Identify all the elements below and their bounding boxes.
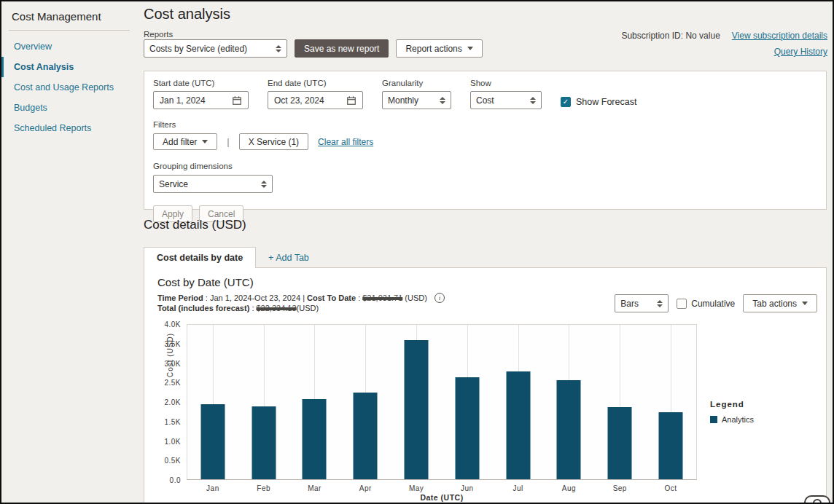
sidebar-item-budgets[interactable]: Budgets — [1, 98, 139, 118]
legend-swatch-icon — [710, 416, 717, 423]
granularity-field: Granularity Monthly — [382, 79, 451, 109]
bar-jul[interactable] — [506, 371, 530, 479]
cost-management-window: Cost Management Overview Cost Analysis C… — [0, 0, 834, 504]
grouping-dimensions-select[interactable]: Service — [153, 175, 273, 193]
bar-mar[interactable] — [303, 399, 327, 479]
cumulative-label: Cumulative — [691, 299, 735, 309]
report-actions-label: Report actions — [405, 44, 461, 54]
cumulative-checkbox[interactable] — [677, 299, 687, 309]
subscription-row: Subscription ID: No value View subscript… — [621, 31, 827, 41]
granularity-value: Monthly — [388, 95, 418, 106]
spinner-icon — [276, 45, 281, 52]
grouping-value: Service — [159, 179, 188, 189]
chart-slot-jul: Jul — [493, 325, 544, 479]
show-field: Show Cost — [470, 79, 542, 109]
calendar-icon[interactable] — [346, 95, 356, 106]
cost-details-heading: Cost details (USD) — [144, 218, 246, 232]
y-tick-label: 1.5K — [164, 417, 181, 425]
chart-slot-may: May — [391, 325, 442, 479]
start-date-field: Start date (UTC) Jan 1, 2024 — [153, 79, 249, 109]
x-tick-label: Jun — [442, 484, 493, 492]
bar-may[interactable] — [405, 340, 429, 479]
help-widget[interactable] — [804, 495, 830, 504]
start-date-label: Start date (UTC) — [153, 79, 249, 87]
end-date-field: End date (UTC) Oct 23, 2024 — [268, 79, 363, 109]
y-tick-label: 1.0K — [164, 437, 181, 445]
x-tick-label: Apr — [340, 484, 391, 492]
show-label: Show — [470, 79, 542, 87]
total-forecast-label: Total (includes forecast) — [157, 304, 249, 312]
reports-select[interactable]: Costs by Service (edited) — [144, 39, 287, 58]
add-filter-button[interactable]: Add filter — [153, 133, 217, 150]
help-circle-icon — [813, 499, 822, 504]
chart-slot-mar: Mar — [289, 325, 340, 479]
bar-oct[interactable] — [659, 412, 683, 479]
report-actions-button[interactable]: Report actions — [396, 39, 482, 58]
y-tick-label: 0.5K — [164, 457, 181, 465]
add-filter-label: Add filter — [163, 137, 197, 147]
start-date-input[interactable]: Jan 1, 2024 — [153, 91, 249, 109]
grouping-dimensions-label: Grouping dimensions — [153, 162, 817, 170]
bar-sep[interactable] — [608, 407, 632, 479]
chart-meta-line1: Time Period : Jan 1, 2024-Oct 23, 2024 |… — [157, 293, 445, 303]
legend-title: Legend — [710, 400, 754, 409]
y-axis-ticks: 0.00.5K1.0K1.5K2.0K2.5K3.0K3.5K4.0K — [152, 324, 181, 480]
calendar-icon[interactable] — [232, 95, 242, 106]
x-tick-label: Aug — [544, 484, 595, 492]
chart-type-value: Bars — [620, 299, 639, 309]
save-as-new-report-button[interactable]: Save as new report — [295, 39, 389, 58]
chart-meta-line2: Total (includes forecast) : $22,334.13(U… — [157, 304, 319, 312]
bar-aug[interactable] — [557, 380, 581, 479]
sidebar-divider — [9, 30, 130, 31]
y-tick-label: 3.0K — [164, 359, 181, 367]
view-subscription-details-link[interactable]: View subscription details — [732, 31, 827, 41]
total-forecast-value-redacted: $22,334.13 — [257, 304, 297, 312]
granularity-select[interactable]: Monthly — [382, 91, 451, 109]
sidebar-item-cost-usage-reports[interactable]: Cost and Usage Reports — [1, 77, 139, 98]
bar-feb[interactable] — [252, 406, 276, 479]
x-tick-label: Feb — [238, 484, 289, 492]
cost-to-date-value-redacted: $21,031.71 — [362, 294, 402, 302]
chart-slot-jun: Jun — [442, 325, 493, 479]
chart-slot-oct: Oct — [645, 325, 696, 479]
tab-actions-button[interactable]: Tab actions — [743, 294, 817, 312]
legend-entry-analytics: Analytics — [710, 415, 754, 424]
bar-jan[interactable] — [200, 404, 225, 479]
x-tick-label: Oct — [645, 484, 696, 492]
query-history-link[interactable]: Query History — [774, 47, 827, 57]
sidebar-item-scheduled-reports[interactable]: Scheduled Reports — [1, 118, 139, 138]
filter-separator: | — [227, 136, 229, 147]
cumulative-row: Cumulative — [677, 299, 735, 309]
bar-apr[interactable] — [354, 393, 378, 479]
info-icon[interactable]: i — [434, 293, 445, 303]
bar-jun[interactable] — [455, 377, 479, 479]
query-history-row: Query History — [774, 47, 827, 57]
x-tick-label: Mar — [289, 484, 340, 492]
tab-cost-details-by-date[interactable]: Cost details by date — [144, 247, 256, 268]
clear-all-filters-link[interactable]: Clear all filters — [318, 137, 373, 147]
end-date-input[interactable]: Oct 23, 2024 — [268, 91, 363, 109]
add-tab-button[interactable]: + Add Tab — [268, 253, 309, 263]
sidebar-title: Cost Management — [1, 1, 139, 30]
reports-row: Costs by Service (edited) Save as new re… — [144, 39, 483, 58]
start-date-value: Jan 1, 2024 — [160, 95, 206, 106]
sidebar: Cost Management Overview Cost Analysis C… — [1, 1, 139, 503]
reports-label: Reports — [144, 30, 173, 39]
x-tick-label: May — [391, 484, 442, 492]
sidebar-item-cost-analysis[interactable]: Cost Analysis — [1, 57, 139, 77]
chevron-down-icon — [467, 47, 473, 50]
apply-row: Apply Cancel — [153, 205, 817, 222]
y-tick-label: 4.0K — [164, 320, 181, 328]
service-filter-chip[interactable]: X Service (1) — [239, 133, 308, 150]
show-select[interactable]: Cost — [470, 91, 542, 109]
chart-slot-feb: Feb — [238, 325, 289, 479]
show-forecast-checkbox[interactable]: ✓ — [561, 97, 571, 107]
tab-actions-label: Tab actions — [752, 299, 797, 309]
x-tick-label: Sep — [594, 484, 645, 492]
reports-select-value: Costs by Service (edited) — [149, 44, 247, 54]
legend-entry-label: Analytics — [722, 415, 754, 424]
chart-type-select[interactable]: Bars — [615, 294, 669, 312]
y-tick-label: 3.5K — [164, 339, 181, 347]
sidebar-item-overview[interactable]: Overview — [1, 36, 139, 57]
y-tick-label: 2.5K — [164, 379, 181, 387]
